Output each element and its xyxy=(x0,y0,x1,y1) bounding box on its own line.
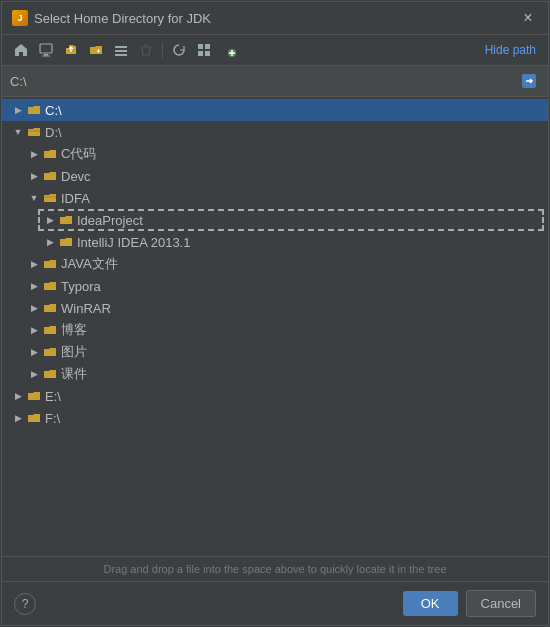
expand-icon[interactable]: ▶ xyxy=(26,168,42,184)
desktop-icon[interactable] xyxy=(35,39,57,61)
tree-item[interactable]: ▶ F:\ xyxy=(2,407,548,429)
expand-icon[interactable]: ▶ xyxy=(26,256,42,272)
tree-item[interactable]: ▼ D:\ xyxy=(2,121,548,143)
hide-path-button[interactable]: Hide path xyxy=(481,41,540,59)
new-folder-icon[interactable] xyxy=(85,39,107,61)
expand-icon[interactable]: ▶ xyxy=(10,388,26,404)
tree-label: IntelliJ IDEA 2013.1 xyxy=(77,235,190,250)
tree-label: 图片 xyxy=(61,343,87,361)
tree-label: C:\ xyxy=(45,103,62,118)
path-input[interactable] xyxy=(10,74,512,89)
folder-up-icon[interactable] xyxy=(60,39,82,61)
tree-label: JAVA文件 xyxy=(61,255,118,273)
toolbar-buttons xyxy=(10,39,240,61)
file-tree: ▶ C:\ ▼ D:\ ▶ xyxy=(2,97,548,556)
folder-icon xyxy=(42,278,58,294)
tree-item[interactable]: ▶ Typora xyxy=(2,275,548,297)
tree-item[interactable]: ▶ E:\ xyxy=(2,385,548,407)
folder-icon xyxy=(26,388,42,404)
path-bar xyxy=(2,66,548,97)
tree-item[interactable]: ▼ IDFA xyxy=(2,187,548,209)
folder-icon xyxy=(42,300,58,316)
home-icon[interactable] xyxy=(10,39,32,61)
tree-label: 课件 xyxy=(61,365,87,383)
tree-item[interactable]: ▶ Devc xyxy=(2,165,548,187)
expand-icon[interactable]: ▶ xyxy=(42,212,58,228)
tree-item[interactable]: ▶ JAVA文件 xyxy=(2,253,548,275)
folder-icon xyxy=(42,146,58,162)
tree-label: F:\ xyxy=(45,411,60,426)
tree-label: 博客 xyxy=(61,321,87,339)
svg-rect-3 xyxy=(198,44,203,49)
folder-icon xyxy=(42,366,58,382)
expand-icon[interactable]: ▶ xyxy=(10,410,26,426)
svg-rect-0 xyxy=(40,44,52,53)
tree-item[interactable]: ▶ IntelliJ IDEA 2013.1 xyxy=(2,231,548,253)
footer-right: OK Cancel xyxy=(403,590,536,617)
tree-label: D:\ xyxy=(45,125,62,140)
delete-icon[interactable] xyxy=(135,39,157,61)
expand-icon[interactable]: ▶ xyxy=(26,322,42,338)
ok-button[interactable]: OK xyxy=(403,591,458,616)
folder-icon xyxy=(26,102,42,118)
drop-hint: Drag and drop a file into the space abov… xyxy=(2,556,548,581)
svg-rect-4 xyxy=(205,44,210,49)
svg-rect-6 xyxy=(205,51,210,56)
folder-icon xyxy=(42,168,58,184)
add-icon[interactable] xyxy=(218,39,240,61)
favorites-icon[interactable] xyxy=(110,39,132,61)
svg-rect-2 xyxy=(42,56,50,57)
tree-label: E:\ xyxy=(45,389,61,404)
tree-label: IdeaProject xyxy=(77,213,143,228)
folder-icon xyxy=(26,410,42,426)
expand-icon[interactable]: ▶ xyxy=(26,300,42,316)
refresh-icon[interactable] xyxy=(168,39,190,61)
tree-item[interactable]: ▶ C:\ xyxy=(2,99,548,121)
separator xyxy=(162,42,163,58)
folder-icon xyxy=(42,256,58,272)
expand-icon[interactable]: ▶ xyxy=(26,146,42,162)
svg-rect-5 xyxy=(198,51,203,56)
tree-label: Typora xyxy=(61,279,101,294)
folder-icon xyxy=(42,190,58,206)
view-icon[interactable] xyxy=(193,39,215,61)
expand-icon[interactable]: ▶ xyxy=(10,102,26,118)
folder-icon xyxy=(42,322,58,338)
dialog: J Select Home Directory for JDK × xyxy=(1,1,549,626)
tree-label: IDFA xyxy=(61,191,90,206)
title-bar-left: J Select Home Directory for JDK xyxy=(12,10,211,26)
tree-item[interactable]: ▶ IdeaProject xyxy=(2,209,548,231)
folder-icon xyxy=(42,344,58,360)
dialog-title: Select Home Directory for JDK xyxy=(34,11,211,26)
folder-icon xyxy=(58,212,74,228)
tree-item[interactable]: ▶ C代码 xyxy=(2,143,548,165)
expand-icon[interactable]: ▶ xyxy=(26,344,42,360)
expand-icon[interactable]: ▼ xyxy=(10,124,26,140)
ideaproject-row-wrapper: ▶ IdeaProject xyxy=(2,209,548,231)
tree-item[interactable]: ▶ 课件 xyxy=(2,363,548,385)
expand-icon[interactable]: ▶ xyxy=(26,366,42,382)
toolbar: Hide path xyxy=(2,35,548,66)
footer-left: ? xyxy=(14,593,36,615)
folder-icon xyxy=(58,234,74,250)
footer: ? OK Cancel xyxy=(2,581,548,625)
tree-item[interactable]: ▶ WinRAR xyxy=(2,297,548,319)
path-go-button[interactable] xyxy=(518,70,540,92)
expand-icon[interactable]: ▶ xyxy=(42,234,58,250)
svg-rect-1 xyxy=(44,54,48,56)
tree-item[interactable]: ▶ 图片 xyxy=(2,341,548,363)
tree-item[interactable]: ▶ 博客 xyxy=(2,319,548,341)
title-bar: J Select Home Directory for JDK × xyxy=(2,2,548,35)
help-button[interactable]: ? xyxy=(14,593,36,615)
tree-label: C代码 xyxy=(61,145,96,163)
tree-label: WinRAR xyxy=(61,301,111,316)
folder-icon xyxy=(26,124,42,140)
tree-label: Devc xyxy=(61,169,91,184)
expand-icon[interactable]: ▶ xyxy=(26,278,42,294)
app-icon: J xyxy=(12,10,28,26)
expand-icon[interactable]: ▼ xyxy=(26,190,42,206)
cancel-button[interactable]: Cancel xyxy=(466,590,536,617)
close-button[interactable]: × xyxy=(518,8,538,28)
